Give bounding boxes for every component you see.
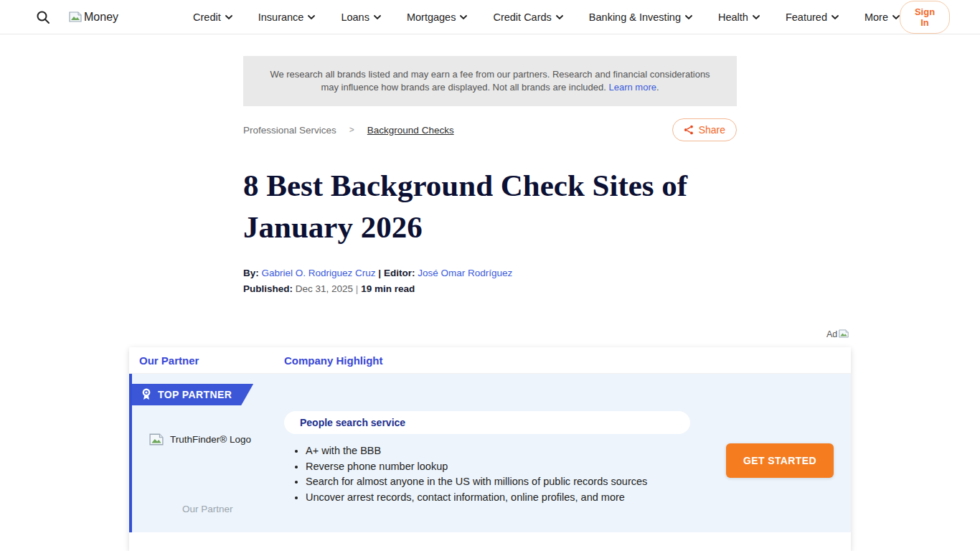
nav-item-label: Loans	[341, 11, 369, 23]
chevron-down-icon	[831, 15, 839, 19]
our-partner-column-header: Our Partner	[129, 354, 274, 367]
nav-item-credit[interactable]: Credit	[193, 11, 232, 23]
top-partner-badge: TOP PARTNER	[132, 384, 253, 405]
company-highlight-column-header: Company Highlight	[274, 354, 383, 367]
chevron-down-icon	[308, 15, 315, 19]
chevron-down-icon	[556, 15, 563, 19]
ad-text: Ad	[826, 329, 837, 339]
disclosure-suffix: .	[656, 82, 659, 93]
nav-item-featured[interactable]: Featured	[786, 11, 839, 23]
advertiser-disclosure: We research all brands listed and may ea…	[243, 56, 737, 106]
primary-nav: Credit Insurance Loans Mortgages Credit …	[193, 11, 900, 23]
partner-logo-alt-text: TruthFinder® Logo	[170, 434, 251, 445]
author-link[interactable]: Gabriel O. Rodriguez Cruz	[262, 268, 376, 278]
by-label: By:	[243, 268, 259, 278]
breadcrumb-section[interactable]: Professional Services	[243, 125, 336, 136]
chevron-down-icon	[374, 15, 381, 19]
our-partner-caption: Our Partner	[182, 504, 233, 514]
chevron-down-icon	[685, 15, 692, 19]
chevron-down-icon	[460, 15, 467, 19]
nav-item-mortgages[interactable]: Mortgages	[407, 11, 468, 23]
published-date: Dec 31, 2025	[296, 283, 353, 294]
nav-item-label: Credit Cards	[493, 11, 551, 23]
logo-text: Money	[84, 11, 118, 24]
broken-image-icon	[839, 329, 849, 338]
highlight-bullet: Uncover arrest records, contact informat…	[306, 492, 693, 503]
broken-image-icon	[69, 11, 82, 22]
get-started-button[interactable]: GET STARTED	[726, 443, 834, 478]
ad-label: Ad	[826, 329, 849, 339]
published-label: Published:	[243, 283, 293, 294]
highlight-bullet: Reverse phone number lookup	[306, 461, 693, 472]
breadcrumb: Professional Services > Background Check…	[243, 125, 454, 136]
share-label: Share	[699, 124, 725, 136]
card-header-row: Our Partner Company Highlight	[129, 347, 851, 374]
nav-item-credit-cards[interactable]: Credit Cards	[493, 11, 562, 23]
award-ribbon-icon	[141, 388, 151, 401]
read-time: 19 min read	[361, 283, 415, 294]
editor-link[interactable]: José Omar Rodríguez	[418, 268, 512, 278]
chevron-down-icon	[892, 15, 900, 19]
nav-item-health[interactable]: Health	[718, 11, 760, 23]
read-separator: |	[356, 283, 359, 294]
publish-line: Published: Dec 31, 2025 | 19 min read	[243, 283, 415, 294]
share-icon	[684, 125, 694, 135]
share-button[interactable]: Share	[672, 118, 737, 141]
nav-item-more[interactable]: More	[864, 11, 900, 23]
highlight-bullet: Search for almost anyone in the US with …	[306, 476, 693, 487]
nav-item-label: Featured	[786, 11, 827, 23]
top-partner-row: TOP PARTNER TruthFinder® Logo Our Partne…	[129, 374, 851, 532]
search-icon[interactable]	[36, 9, 50, 25]
nav-item-label: Mortgages	[407, 11, 456, 23]
editor-label: | Editor:	[378, 268, 415, 278]
service-category-tag: People search service	[284, 411, 690, 434]
top-navigation: Money Credit Insurance Loans Mortgages C…	[0, 0, 980, 34]
nav-item-label: Credit	[193, 11, 221, 23]
learn-more-link[interactable]: Learn more	[608, 82, 656, 93]
sign-in-button[interactable]: Sign In	[900, 1, 950, 34]
nav-item-label: Banking & Investing	[589, 11, 681, 23]
nav-item-banking-investing[interactable]: Banking & Investing	[589, 11, 692, 23]
breadcrumb-separator: >	[349, 125, 354, 135]
page-title: 8 Best Background Check Sites of January…	[243, 165, 745, 248]
partner-logo[interactable]: TruthFinder® Logo	[149, 433, 251, 446]
top-partner-label: TOP PARTNER	[158, 389, 232, 400]
nav-item-loans[interactable]: Loans	[341, 11, 381, 23]
breadcrumb-current[interactable]: Background Checks	[367, 125, 454, 136]
breadcrumb-row: Professional Services > Background Check…	[243, 117, 737, 143]
highlight-bullet-list: A+ with the BBB Reverse phone number loo…	[306, 446, 693, 502]
byline: By: Gabriel O. Rodriguez Cruz | Editor: …	[243, 268, 512, 278]
nav-item-label: Health	[718, 11, 748, 23]
partner-comparison-card: Our Partner Company Highlight TOP PARTNE…	[129, 347, 851, 551]
next-partner-row-partial	[129, 532, 851, 551]
nav-item-insurance[interactable]: Insurance	[258, 11, 316, 23]
broken-image-icon	[149, 433, 164, 446]
highlight-bullet: A+ with the BBB	[306, 446, 693, 456]
money-logo[interactable]: Money	[69, 11, 118, 24]
chevron-down-icon	[753, 15, 760, 19]
company-highlight-cell: People search service A+ with the BBB Re…	[284, 411, 693, 507]
nav-item-label: More	[864, 11, 888, 23]
chevron-down-icon	[225, 15, 232, 19]
nav-item-label: Insurance	[258, 11, 304, 23]
